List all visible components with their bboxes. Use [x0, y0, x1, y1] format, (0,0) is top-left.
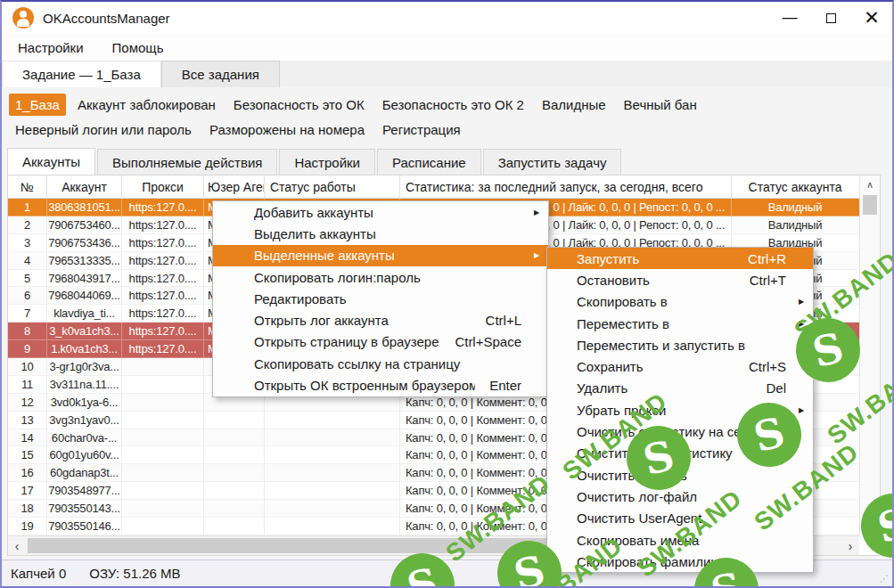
task-tab[interactable]: Задание — 1_База: [2, 61, 161, 87]
cell-account: 7906753436...: [47, 234, 122, 251]
cell-num: 15: [8, 446, 47, 463]
menu-item-добавить-аккаунты[interactable]: Добавить аккаунты▶: [213, 201, 548, 223]
column-header[interactable]: Аккаунт: [47, 176, 122, 198]
menu-item-удалить[interactable]: УдалитьDel: [547, 378, 813, 399]
column-header[interactable]: Статус работы: [265, 176, 400, 198]
menu-item-переместить-в[interactable]: Переместить в▶: [547, 313, 813, 334]
menu-item-очистить-всю-статистику[interactable]: Очистить всю статистику: [547, 443, 813, 464]
cell-num: 10: [8, 358, 47, 375]
filter-tab[interactable]: Неверный логин или пароль: [9, 118, 198, 141]
menu-item-label: Скопировать ссылку на страницу: [254, 356, 507, 372]
filter-tab[interactable]: Вечный бан: [618, 94, 703, 116]
menu-item-shortcut: Ctrl+T: [750, 273, 786, 288]
maximize-button[interactable]: [810, 2, 851, 34]
menubar-item-настройки[interactable]: Настройки: [9, 37, 93, 59]
menu-item-label: Очистить всю статистику: [577, 445, 772, 461]
inner-tab[interactable]: Расписание: [377, 149, 481, 176]
scroll-up-icon[interactable]: ∧: [860, 176, 880, 193]
menu-item-label: Скопировать логин:пароль: [254, 270, 507, 285]
vertical-scrollbar[interactable]: ∧ ∨: [859, 176, 880, 535]
cell-proxy: https:127.0....: [122, 305, 204, 322]
cell-proxy: https:127.0....: [122, 252, 204, 269]
menu-item-редактировать[interactable]: Редактировать: [213, 288, 548, 309]
submenu-arrow-icon: ▶: [799, 406, 813, 414]
resize-grip[interactable]: ⋰: [880, 574, 890, 584]
task-tab[interactable]: Все задания: [161, 61, 280, 87]
cell-agent: [204, 412, 265, 429]
menu-item-скопировать-имена[interactable]: Скопировать имена: [547, 529, 813, 551]
cell-account: 3vd0k1ya-6...: [47, 394, 122, 411]
menu-item-очистить-useragent[interactable]: Очистить UserAgent: [547, 508, 813, 529]
column-header[interactable]: Статус аккаунта: [732, 176, 858, 198]
inner-tab[interactable]: Аккаунты: [7, 148, 95, 176]
cell-num: 11: [8, 376, 47, 393]
menu-item-label: Переместить в: [577, 316, 772, 331]
cell-account: 60char0va-...: [47, 429, 122, 446]
cell-num: 19: [8, 518, 47, 535]
menu-item-label: Открыть лог аккаунта: [254, 313, 472, 328]
scroll-left-icon[interactable]: ‹: [8, 536, 26, 556]
inner-tab[interactable]: Выполняемые действия: [97, 149, 277, 176]
menubar-item-помощь[interactable]: Помощь: [103, 37, 173, 59]
column-header[interactable]: Статистика: за последний запуск, за сего…: [400, 176, 732, 198]
ram-usage: ОЗУ: 51.26 MB: [89, 566, 180, 581]
cell-num: 16: [8, 464, 47, 481]
menu-item-скопировать-в[interactable]: Скопировать в▶: [547, 291, 813, 313]
filter-tab[interactable]: Разморожены на номера: [203, 118, 371, 141]
menu-item-открыть-лог-аккаунта[interactable]: Открыть лог аккаунтаCtrl+L: [213, 309, 548, 331]
menu-item-сохранить[interactable]: СохранитьCtrl+S: [547, 355, 813, 377]
menu-item-убрать-прокси[interactable]: Убрать прокси▶: [547, 399, 813, 421]
menu-item-label: Очистить лог-файл: [577, 489, 772, 504]
cell-proxy: [122, 358, 204, 375]
menu-item-очистить-лог-файл[interactable]: Очистить лог-файл: [547, 486, 813, 507]
menu-item-shortcut: Enter: [489, 378, 521, 393]
filter-tab[interactable]: 1_База: [9, 94, 66, 116]
menu-item-label: Скопировать фамилии: [577, 554, 772, 569]
cell-proxy: https:127.0....: [122, 234, 204, 251]
minimize-button[interactable]: —: [769, 2, 810, 34]
menu-item-остановить[interactable]: ОстановитьCtrl+T: [547, 269, 813, 290]
cell-account: klavdiya_ti...: [47, 305, 122, 322]
menu-item-shortcut: Ctrl+R: [748, 251, 786, 266]
column-header[interactable]: №: [8, 176, 47, 198]
menu-item-выделенные-аккаунты[interactable]: Выделенные аккаунты▶: [213, 245, 548, 266]
horizontal-scroll-thumb[interactable]: [28, 538, 598, 553]
filter-tab[interactable]: Регистрация: [376, 118, 467, 141]
cell-agent: [204, 429, 265, 446]
menu-item-очистить-статистику-на-сегодня[interactable]: Очистить статистику на сегодня: [547, 421, 813, 442]
menu-item-запустить[interactable]: ЗапуститьCtrl+R: [547, 248, 813, 269]
vertical-scroll-thumb[interactable]: [863, 195, 877, 215]
menu-item-открыть-ок-встроенным-браузером[interactable]: Открыть ОК встроенным браузеромEnter: [213, 374, 548, 396]
filter-tab[interactable]: Безопасность это ОК: [227, 94, 371, 116]
filter-tab[interactable]: Валидные: [536, 94, 612, 116]
menu-item-очистить-cookies[interactable]: Очистить Cookies: [547, 464, 813, 486]
column-header[interactable]: Прокси: [122, 176, 204, 198]
filter-tab[interactable]: Безопасность это ОК 2: [376, 94, 530, 116]
cell-proxy: [122, 394, 204, 411]
cell-proxy: [122, 412, 204, 429]
cell-num: 14: [8, 429, 47, 446]
column-header[interactable]: Юзер Агент: [204, 176, 265, 198]
cell-work-status: [265, 500, 400, 517]
filter-tab[interactable]: Аккаунт заблокирован: [71, 94, 222, 116]
cell-proxy: [122, 518, 204, 535]
titlebar: OKAccountsManager — ✕: [2, 2, 892, 34]
window-title: OKAccountsManager: [43, 11, 170, 26]
scroll-down-icon[interactable]: ∨: [860, 518, 880, 535]
menu-item-открыть-страницу-в-браузере[interactable]: Открыть страницу в браузереCtrl+Space: [213, 331, 548, 353]
filter-tabs-row-2: Неверный логин или парольРазморожены на …: [9, 118, 467, 141]
cell-account: 60g01yu60v...: [47, 446, 122, 463]
menu-item-label: Редактировать: [254, 291, 507, 306]
scroll-right-icon[interactable]: ›: [841, 536, 859, 556]
menu-item-выделить-аккаунты[interactable]: Выделить аккаунты: [213, 223, 548, 244]
menu-item-скопировать-логин-пароль[interactable]: Скопировать логин:пароль: [213, 266, 548, 288]
inner-tab[interactable]: Настройки: [279, 149, 375, 176]
close-button[interactable]: ✕: [851, 2, 892, 34]
menu-item-скопировать-ссылку-на-страницу[interactable]: Скопировать ссылку на страницу: [213, 353, 548, 374]
menu-item-label: Добавить аккаунты: [254, 205, 507, 220]
inner-tab[interactable]: Запустить задачу: [483, 149, 622, 176]
menu-item-переместить-и-запустить-в[interactable]: Переместить и запустить в▶: [547, 334, 813, 355]
cell-account: 3_k0va1ch3...: [47, 323, 122, 339]
menu-item-скопировать-фамилии[interactable]: Скопировать фамилии: [547, 551, 813, 572]
cell-agent: [204, 446, 265, 463]
